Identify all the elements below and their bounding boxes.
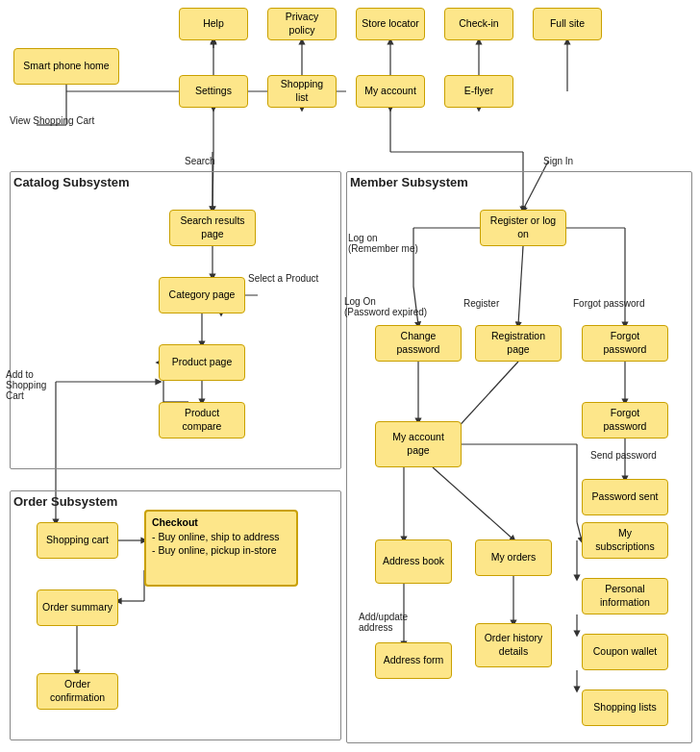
- catalog-section-title: Catalog Subsystem: [13, 175, 130, 189]
- diagram: Catalog Subsystem Order Subsystem Member…: [0, 0, 700, 752]
- sign-in-label: Sign In: [543, 156, 573, 166]
- product-page-node: Product page: [159, 344, 245, 381]
- help-node: Help: [179, 8, 248, 40]
- member-section-title: Member Subsystem: [350, 175, 468, 189]
- order-section-title: Order Subsystem: [13, 494, 117, 509]
- my-account-node: My account: [356, 75, 425, 108]
- add-to-cart-label: Add to Shopping Cart: [6, 369, 59, 401]
- settings-node: Settings: [179, 75, 248, 108]
- order-history-node: Order history details: [475, 623, 552, 667]
- my-orders-node: My orders: [475, 539, 552, 576]
- order-confirmation-node: Order confirmation: [37, 673, 118, 710]
- coupon-wallet-node: Coupon wallet: [582, 634, 668, 670]
- category-page-node: Category page: [159, 277, 245, 313]
- forgot-password-top-node: Forgot password: [582, 325, 668, 362]
- send-password-label: Send password: [590, 450, 657, 461]
- search-results-node: Search results page: [169, 210, 256, 246]
- store-locator-node: Store locator: [356, 8, 425, 40]
- address-book-node: Address book: [375, 539, 452, 584]
- order-summary-node: Order summary: [37, 589, 118, 626]
- forgot-password-bottom-node: Forgot password: [582, 402, 668, 439]
- smartphone-home-node: Smart phone home: [13, 48, 119, 85]
- privacy-policy-node: Privacy policy: [267, 8, 337, 40]
- shopping-lists-node: Shopping lists: [582, 689, 668, 726]
- product-compare-node: Product compare: [159, 402, 245, 439]
- personal-information-node: Personal information: [582, 578, 668, 614]
- view-shopping-cart-label: View Shopping Cart: [10, 115, 94, 126]
- search-label: Search: [185, 156, 215, 166]
- check-in-node: Check-in: [444, 8, 513, 40]
- shopping-list-node: Shopping list: [267, 75, 337, 108]
- registration-page-node: Registration page: [475, 325, 562, 362]
- eflyer-node: E-flyer: [444, 75, 513, 108]
- change-password-node: Change password: [375, 325, 462, 362]
- select-product-label: Select a Product: [248, 273, 333, 284]
- add-update-label: Add/updateaddress: [359, 612, 408, 633]
- forgot-pw-label: Forgot password: [573, 298, 644, 309]
- my-subscriptions-node: My subscriptions: [582, 522, 668, 559]
- logon-remember-label: Log on(Remember me): [348, 233, 454, 254]
- password-sent-node: Password sent: [582, 479, 668, 515]
- my-account-page-node: My account page: [375, 421, 462, 467]
- checkout-node: Checkout - Buy online, ship to address -…: [144, 510, 298, 587]
- register-logon-node: Register or log on: [480, 210, 566, 246]
- register-label: Register: [463, 298, 499, 309]
- shopping-cart-node: Shopping cart: [37, 522, 118, 559]
- full-site-node: Full site: [533, 8, 602, 40]
- logon-expired-label: Log On(Password expired): [344, 296, 450, 317]
- address-form-node: Address form: [375, 642, 452, 679]
